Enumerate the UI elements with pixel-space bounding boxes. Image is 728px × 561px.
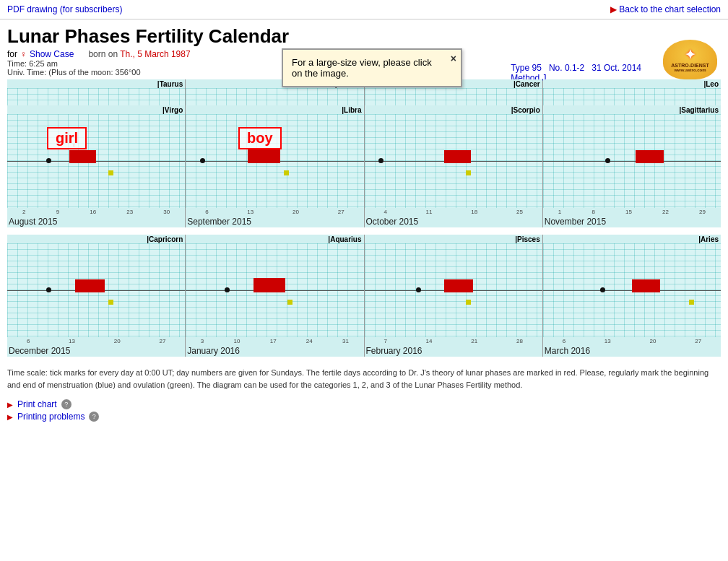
printing-problems-link[interactable]: Printing problems: [17, 412, 84, 422]
show-case-link[interactable]: Show Case: [30, 49, 74, 59]
row-months-3: |Capricorn 6132027 December 2015 |Aquari…: [7, 235, 721, 357]
month-label: September 2015: [186, 216, 363, 227]
pdf-link[interactable]: PDF drawing (for subscribers): [7, 4, 122, 14]
month-jan-2016[interactable]: |Aquarius 310172431 January 2016: [186, 235, 363, 357]
month-oct-2015[interactable]: |Scorpio 4111825 October 2015: [365, 105, 542, 227]
month-dec-2015[interactable]: |Capricorn 6132027 December 2015: [7, 235, 185, 357]
month-nov-2015[interactable]: |Sagittarius 18152229 November 2015: [543, 105, 721, 227]
print-chart-help-icon[interactable]: ?: [61, 399, 72, 409]
charts-container: |Taurus ♀ 5121926 April 20: [0, 79, 728, 357]
footer-note: Time scale: tick marks for every day at …: [0, 364, 728, 396]
print-chart-item: ▶ Print chart ?: [7, 399, 721, 409]
bottom-links: ▶ Print chart ? ▶ Printing problems ?: [0, 396, 728, 427]
row-months-2: |Virgo ♀ 29162330 August 2015 |Libra: [7, 105, 721, 227]
month-label: February 2016: [365, 345, 542, 357]
back-link[interactable]: ▶ Back to the chart selection: [610, 4, 721, 14]
close-icon[interactable]: ×: [451, 53, 456, 64]
top-bar: PDF drawing (for subscribers) ▶ Back to …: [0, 0, 728, 19]
tooltip-overlay: × For a large-size view, please click on…: [282, 48, 462, 87]
chart-row-2: |Virgo ♀ 29162330 August 2015 |Libra: [7, 105, 721, 227]
page-header: Lunar Phases Fertility Calendar × For a …: [0, 19, 728, 79]
month-label: October 2015: [365, 216, 542, 227]
month-sep-2015[interactable]: |Libra 6132027 September 2015: [186, 105, 363, 227]
chart-row-3: |Capricorn 6132027 December 2015 |Aquari…: [7, 235, 721, 357]
month-label: August 2015: [7, 216, 185, 227]
astro-logo: ✦ ASTRO-DIENST www.astro.com: [663, 40, 721, 83]
page-title: Lunar Phases Fertility Calendar: [7, 25, 289, 48]
month-label: November 2015: [543, 216, 721, 227]
month-label: December 2015: [7, 345, 185, 357]
month-aug-2015[interactable]: |Virgo ♀ 29162330 August 2015: [7, 105, 185, 227]
month-mar-2016[interactable]: |Aries 6132027 March 2016: [543, 235, 721, 357]
printing-problems-help-icon[interactable]: ?: [89, 412, 99, 422]
printing-problems-item: ▶ Printing problems ?: [7, 412, 721, 422]
month-label: January 2016: [186, 345, 363, 357]
month-label: March 2016: [543, 345, 721, 357]
born-date-link[interactable]: Th., 5 March 1987: [120, 49, 190, 59]
print-chart-link[interactable]: Print chart: [17, 399, 57, 409]
month-feb-2016[interactable]: |Pisces 7142128 February 2016: [365, 235, 542, 357]
